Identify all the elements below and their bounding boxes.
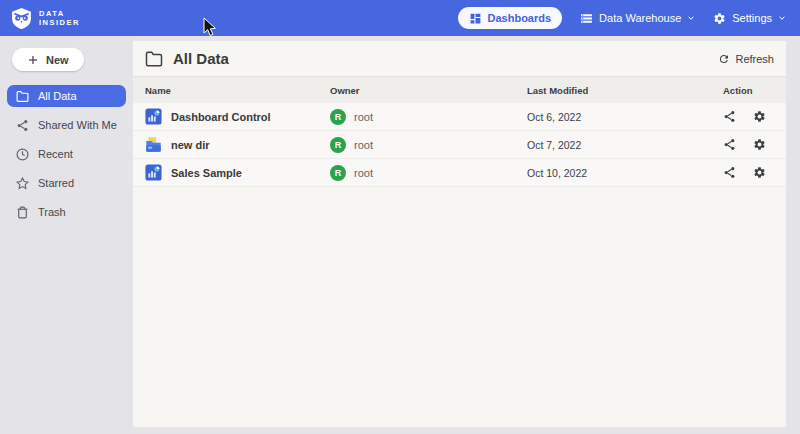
refresh-icon xyxy=(718,53,730,65)
sidebar-item-label: Recent xyxy=(38,148,73,160)
gear-icon[interactable] xyxy=(753,166,766,179)
file-name[interactable]: new dir xyxy=(171,139,210,151)
plus-icon xyxy=(27,54,39,66)
column-header-action: Action xyxy=(723,85,774,96)
folder-icon xyxy=(16,90,29,103)
share-icon xyxy=(16,119,29,132)
owner-name: root xyxy=(354,139,373,151)
owner-avatar: R xyxy=(330,165,346,181)
dashboard-grid-icon xyxy=(469,12,482,25)
sidebar-item-shared-with-me[interactable]: Shared With Me xyxy=(7,114,126,136)
owner-avatar: R xyxy=(330,109,346,125)
sidebar-item-all-data[interactable]: All Data xyxy=(7,85,126,107)
column-header-last-modified: Last Modified xyxy=(527,85,723,96)
gear-icon[interactable] xyxy=(753,110,766,123)
folder-icon xyxy=(145,50,163,68)
star-icon xyxy=(16,177,29,190)
owner-avatar: R xyxy=(330,137,346,153)
share-icon[interactable] xyxy=(723,110,736,123)
file-name[interactable]: Dashboard Control xyxy=(171,111,271,123)
trash-icon xyxy=(16,206,29,219)
table-header-row: Name Owner Last Modified Action xyxy=(133,77,786,103)
data-warehouse-menu[interactable]: Data Warehouse xyxy=(580,12,695,25)
last-modified-date: Oct 7, 2022 xyxy=(527,139,723,151)
chevron-down-icon xyxy=(778,14,786,22)
file-name[interactable]: Sales Sample xyxy=(171,167,242,179)
owner-name: root xyxy=(354,111,373,123)
app-title: DATA INSIDER xyxy=(39,9,80,27)
sidebar: New All Data Shared With Me xyxy=(0,36,133,434)
table-row[interactable]: Sales Sample R root Oct 10, 2022 xyxy=(133,159,786,187)
table-row[interactable]: new dir R root Oct 7, 2022 xyxy=(133,131,786,159)
app-logo: DATA INSIDER xyxy=(10,7,80,30)
page-title: All Data xyxy=(173,50,229,67)
main-content: All Data Refresh Name Owner Last Modifie… xyxy=(133,41,786,427)
gear-icon xyxy=(713,12,726,25)
chevron-down-icon xyxy=(687,14,695,22)
sidebar-item-label: Trash xyxy=(38,206,66,218)
dashboard-file-icon xyxy=(145,164,162,181)
content-header: All Data Refresh xyxy=(133,41,786,77)
owner-name: root xyxy=(354,167,373,179)
share-icon[interactable] xyxy=(723,138,736,151)
settings-menu[interactable]: Settings xyxy=(713,12,786,25)
new-button[interactable]: New xyxy=(12,48,84,71)
dashboard-file-icon xyxy=(145,108,162,125)
folder-file-icon xyxy=(145,136,162,153)
last-modified-date: Oct 10, 2022 xyxy=(527,167,723,179)
sidebar-item-recent[interactable]: Recent xyxy=(7,143,126,165)
table-row[interactable]: Dashboard Control R root Oct 6, 2022 xyxy=(133,103,786,131)
database-icon xyxy=(580,12,593,25)
sidebar-item-label: Shared With Me xyxy=(38,119,117,131)
column-header-name: Name xyxy=(145,85,330,96)
top-navbar: DATA INSIDER Dashboards Data Warehouse S… xyxy=(0,0,800,36)
sidebar-item-label: All Data xyxy=(38,90,77,102)
clock-icon xyxy=(16,148,29,161)
gear-icon[interactable] xyxy=(753,138,766,151)
dashboards-button[interactable]: Dashboards xyxy=(458,7,563,29)
sidebar-item-starred[interactable]: Starred xyxy=(7,172,126,194)
owl-logo-icon xyxy=(10,7,33,30)
sidebar-item-label: Starred xyxy=(38,177,74,189)
column-header-owner: Owner xyxy=(330,85,527,96)
refresh-button[interactable]: Refresh xyxy=(718,53,774,65)
share-icon[interactable] xyxy=(723,166,736,179)
last-modified-date: Oct 6, 2022 xyxy=(527,111,723,123)
sidebar-item-trash[interactable]: Trash xyxy=(7,201,126,223)
